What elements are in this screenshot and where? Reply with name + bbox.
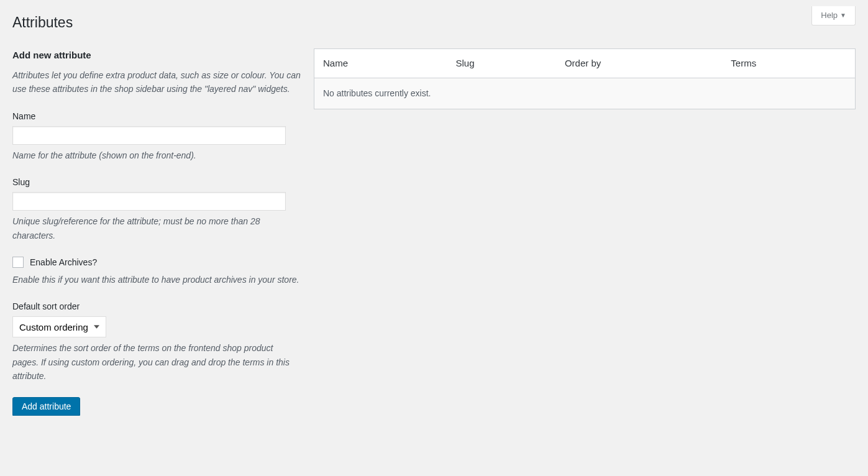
table-empty-message: No attributes currently exist.	[314, 78, 856, 109]
chevron-down-icon: ▼	[840, 11, 846, 20]
col-header-slug: Slug	[448, 48, 557, 78]
sort-order-desc: Determines the sort order of the terms o…	[12, 341, 301, 383]
col-header-name: Name	[314, 48, 449, 78]
help-tab[interactable]: Help ▼	[811, 6, 856, 25]
attributes-table: Name Slug Order by Terms No attributes c…	[314, 48, 856, 110]
page-title: Attributes	[12, 6, 856, 36]
section-title: Add new attribute	[12, 48, 301, 63]
slug-desc: Unique slug/reference for the attribute;…	[12, 214, 301, 242]
section-intro: Attributes let you define extra product …	[12, 68, 301, 96]
name-label: Name	[12, 110, 301, 123]
add-attribute-form: Add new attribute Attributes let you def…	[12, 48, 301, 416]
slug-label: Slug	[12, 176, 301, 189]
col-header-orderby: Order by	[557, 48, 723, 78]
name-desc: Name for the attribute (shown on the fro…	[12, 149, 301, 162]
sort-order-label: Default sort order	[12, 300, 301, 313]
col-header-terms: Terms	[723, 48, 855, 78]
enable-archives-label: Enable Archives?	[30, 256, 97, 269]
sort-order-select[interactable]: Custom ordering	[12, 316, 106, 337]
name-input[interactable]	[12, 126, 286, 145]
table-empty-row: No attributes currently exist.	[314, 78, 856, 109]
enable-archives-checkbox[interactable]	[12, 257, 24, 268]
enable-archives-desc: Enable this if you want this attribute t…	[12, 273, 301, 286]
slug-input[interactable]	[12, 192, 286, 211]
help-label: Help	[821, 9, 838, 22]
add-attribute-button[interactable]: Add attribute	[12, 397, 80, 416]
